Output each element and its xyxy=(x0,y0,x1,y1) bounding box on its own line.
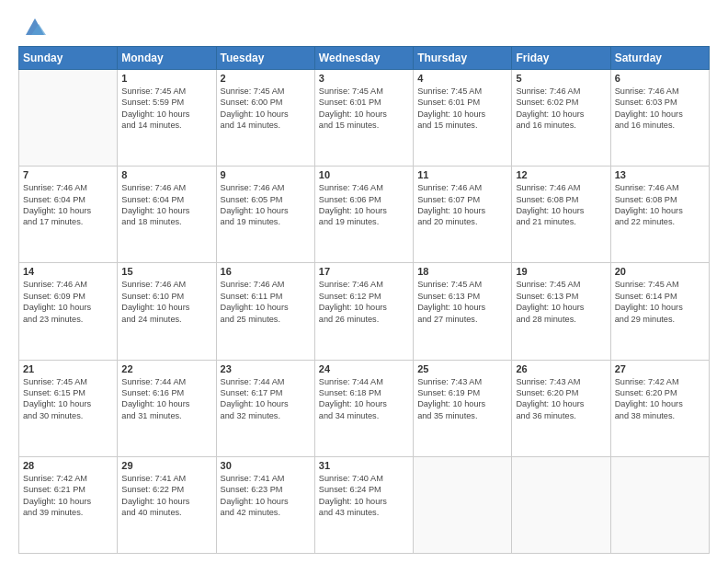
day-number: 26 xyxy=(516,363,606,374)
calendar-cell: 9Sunrise: 7:46 AM Sunset: 6:05 PM Daylig… xyxy=(216,167,314,263)
calendar-cell: 14Sunrise: 7:46 AM Sunset: 6:09 PM Dayli… xyxy=(19,263,118,360)
calendar-cell: 13Sunrise: 7:46 AM Sunset: 6:08 PM Dayli… xyxy=(610,167,709,263)
day-number: 5 xyxy=(516,73,606,84)
calendar-cell: 17Sunrise: 7:46 AM Sunset: 6:12 PM Dayli… xyxy=(314,263,413,360)
day-number: 21 xyxy=(23,363,113,374)
day-number: 13 xyxy=(615,169,705,180)
logo xyxy=(18,17,48,39)
day-info: Sunrise: 7:41 AM Sunset: 6:23 PM Dayligh… xyxy=(221,473,311,519)
day-number: 1 xyxy=(121,73,211,84)
day-number: 4 xyxy=(417,73,507,84)
col-header-friday: Friday xyxy=(512,47,610,70)
day-number: 27 xyxy=(615,363,705,374)
day-info: Sunrise: 7:42 AM Sunset: 6:21 PM Dayligh… xyxy=(23,473,113,519)
col-header-thursday: Thursday xyxy=(414,47,512,70)
day-number: 22 xyxy=(121,363,211,374)
day-number: 25 xyxy=(417,363,507,374)
day-info: Sunrise: 7:46 AM Sunset: 6:09 PM Dayligh… xyxy=(23,279,113,325)
calendar-cell: 19Sunrise: 7:45 AM Sunset: 6:13 PM Dayli… xyxy=(512,263,610,360)
day-info: Sunrise: 7:44 AM Sunset: 6:16 PM Dayligh… xyxy=(121,376,211,422)
day-info: Sunrise: 7:45 AM Sunset: 6:14 PM Dayligh… xyxy=(615,279,705,325)
day-number: 16 xyxy=(221,266,311,277)
col-header-saturday: Saturday xyxy=(610,47,709,70)
calendar-cell: 2Sunrise: 7:45 AM Sunset: 6:00 PM Daylig… xyxy=(216,70,314,167)
calendar-cell: 24Sunrise: 7:44 AM Sunset: 6:18 PM Dayli… xyxy=(314,360,413,456)
calendar-cell: 6Sunrise: 7:46 AM Sunset: 6:03 PM Daylig… xyxy=(610,70,709,167)
calendar-cell: 18Sunrise: 7:45 AM Sunset: 6:13 PM Dayli… xyxy=(414,263,512,360)
day-info: Sunrise: 7:46 AM Sunset: 6:04 PM Dayligh… xyxy=(23,182,113,228)
calendar-table: SundayMondayTuesdayWednesdayThursdayFrid… xyxy=(18,46,710,554)
calendar-cell xyxy=(512,456,610,553)
calendar-cell: 5Sunrise: 7:46 AM Sunset: 6:02 PM Daylig… xyxy=(512,70,610,167)
day-number: 15 xyxy=(121,266,211,277)
calendar-week-row: 28Sunrise: 7:42 AM Sunset: 6:21 PM Dayli… xyxy=(19,456,710,553)
day-number: 29 xyxy=(121,460,211,471)
day-number: 12 xyxy=(516,169,606,180)
day-number: 30 xyxy=(221,460,311,471)
day-number: 17 xyxy=(319,266,409,277)
calendar-cell: 28Sunrise: 7:42 AM Sunset: 6:21 PM Dayli… xyxy=(19,456,118,553)
day-number: 19 xyxy=(516,266,606,277)
calendar-cell: 30Sunrise: 7:41 AM Sunset: 6:23 PM Dayli… xyxy=(216,456,314,553)
calendar-cell: 4Sunrise: 7:45 AM Sunset: 6:01 PM Daylig… xyxy=(414,70,512,167)
day-info: Sunrise: 7:45 AM Sunset: 6:01 PM Dayligh… xyxy=(417,86,507,132)
calendar-cell: 16Sunrise: 7:46 AM Sunset: 6:11 PM Dayli… xyxy=(216,263,314,360)
calendar-cell: 12Sunrise: 7:46 AM Sunset: 6:08 PM Dayli… xyxy=(512,167,610,263)
page: SundayMondayTuesdayWednesdayThursdayFrid… xyxy=(0,0,728,563)
day-number: 14 xyxy=(23,266,113,277)
calendar-cell: 7Sunrise: 7:46 AM Sunset: 6:04 PM Daylig… xyxy=(19,167,118,263)
calendar-cell: 15Sunrise: 7:46 AM Sunset: 6:10 PM Dayli… xyxy=(118,263,216,360)
day-info: Sunrise: 7:42 AM Sunset: 6:20 PM Dayligh… xyxy=(615,376,705,422)
logo-icon xyxy=(22,13,48,39)
day-number: 18 xyxy=(417,266,507,277)
day-number: 28 xyxy=(23,460,113,471)
calendar-cell: 10Sunrise: 7:46 AM Sunset: 6:06 PM Dayli… xyxy=(314,167,413,263)
calendar-cell: 3Sunrise: 7:45 AM Sunset: 6:01 PM Daylig… xyxy=(314,70,413,167)
day-info: Sunrise: 7:46 AM Sunset: 6:06 PM Dayligh… xyxy=(319,182,409,228)
calendar-cell: 26Sunrise: 7:43 AM Sunset: 6:20 PM Dayli… xyxy=(512,360,610,456)
day-number: 6 xyxy=(615,73,705,84)
day-info: Sunrise: 7:46 AM Sunset: 6:12 PM Dayligh… xyxy=(319,279,409,325)
day-info: Sunrise: 7:46 AM Sunset: 6:04 PM Dayligh… xyxy=(121,182,211,228)
day-number: 24 xyxy=(319,363,409,374)
col-header-sunday: Sunday xyxy=(19,47,118,70)
calendar-cell: 29Sunrise: 7:41 AM Sunset: 6:22 PM Dayli… xyxy=(118,456,216,553)
day-number: 11 xyxy=(417,169,507,180)
day-info: Sunrise: 7:46 AM Sunset: 6:05 PM Dayligh… xyxy=(221,182,311,228)
calendar-header-row: SundayMondayTuesdayWednesdayThursdayFrid… xyxy=(19,47,710,70)
day-info: Sunrise: 7:45 AM Sunset: 6:13 PM Dayligh… xyxy=(417,279,507,325)
day-info: Sunrise: 7:46 AM Sunset: 6:10 PM Dayligh… xyxy=(121,279,211,325)
day-info: Sunrise: 7:45 AM Sunset: 6:00 PM Dayligh… xyxy=(221,86,311,132)
calendar-week-row: 21Sunrise: 7:45 AM Sunset: 6:15 PM Dayli… xyxy=(19,360,710,456)
calendar-week-row: 14Sunrise: 7:46 AM Sunset: 6:09 PM Dayli… xyxy=(19,263,710,360)
day-info: Sunrise: 7:46 AM Sunset: 6:07 PM Dayligh… xyxy=(417,182,507,228)
calendar-week-row: 1Sunrise: 7:45 AM Sunset: 5:59 PM Daylig… xyxy=(19,70,710,167)
day-info: Sunrise: 7:45 AM Sunset: 6:01 PM Dayligh… xyxy=(319,86,409,132)
day-number: 8 xyxy=(121,169,211,180)
day-info: Sunrise: 7:41 AM Sunset: 6:22 PM Dayligh… xyxy=(121,473,211,519)
day-info: Sunrise: 7:45 AM Sunset: 6:15 PM Dayligh… xyxy=(23,376,113,422)
day-info: Sunrise: 7:40 AM Sunset: 6:24 PM Dayligh… xyxy=(319,473,409,519)
calendar-cell: 23Sunrise: 7:44 AM Sunset: 6:17 PM Dayli… xyxy=(216,360,314,456)
day-info: Sunrise: 7:43 AM Sunset: 6:20 PM Dayligh… xyxy=(516,376,606,422)
day-info: Sunrise: 7:45 AM Sunset: 6:13 PM Dayligh… xyxy=(516,279,606,325)
day-info: Sunrise: 7:46 AM Sunset: 6:11 PM Dayligh… xyxy=(221,279,311,325)
calendar-cell: 22Sunrise: 7:44 AM Sunset: 6:16 PM Dayli… xyxy=(118,360,216,456)
calendar-cell xyxy=(414,456,512,553)
day-number: 31 xyxy=(319,460,409,471)
calendar-cell: 31Sunrise: 7:40 AM Sunset: 6:24 PM Dayli… xyxy=(314,456,413,553)
day-info: Sunrise: 7:46 AM Sunset: 6:08 PM Dayligh… xyxy=(516,182,606,228)
day-number: 10 xyxy=(319,169,409,180)
day-info: Sunrise: 7:44 AM Sunset: 6:17 PM Dayligh… xyxy=(221,376,311,422)
calendar-cell: 21Sunrise: 7:45 AM Sunset: 6:15 PM Dayli… xyxy=(19,360,118,456)
calendar-cell: 27Sunrise: 7:42 AM Sunset: 6:20 PM Dayli… xyxy=(610,360,709,456)
calendar-cell: 20Sunrise: 7:45 AM Sunset: 6:14 PM Dayli… xyxy=(610,263,709,360)
day-info: Sunrise: 7:44 AM Sunset: 6:18 PM Dayligh… xyxy=(319,376,409,422)
day-info: Sunrise: 7:45 AM Sunset: 5:59 PM Dayligh… xyxy=(121,86,211,132)
calendar-cell xyxy=(19,70,118,167)
col-header-wednesday: Wednesday xyxy=(314,47,413,70)
header xyxy=(18,17,710,39)
day-info: Sunrise: 7:46 AM Sunset: 6:08 PM Dayligh… xyxy=(615,182,705,228)
day-number: 7 xyxy=(23,169,113,180)
calendar-cell: 1Sunrise: 7:45 AM Sunset: 5:59 PM Daylig… xyxy=(118,70,216,167)
